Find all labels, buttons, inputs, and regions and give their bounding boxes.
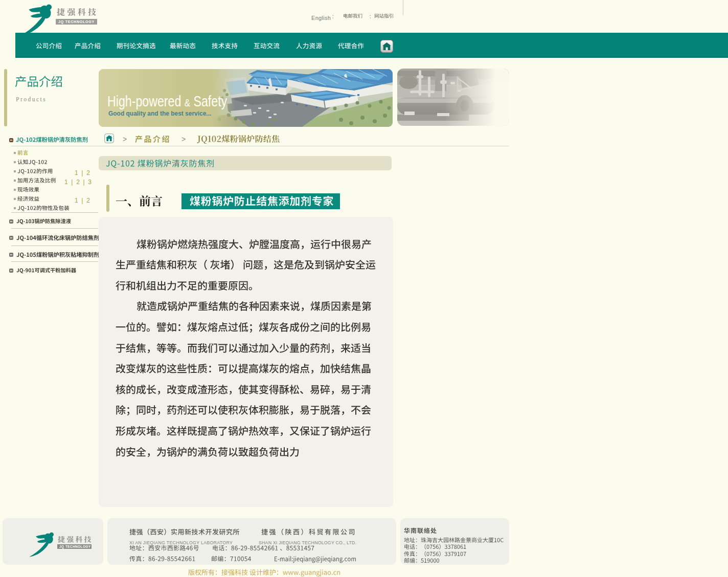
svg-text:Good quality and the best serv: Good quality and the best service...: [108, 110, 211, 118]
svg-text:High-powered & Safety: High-powered & Safety: [107, 93, 228, 109]
